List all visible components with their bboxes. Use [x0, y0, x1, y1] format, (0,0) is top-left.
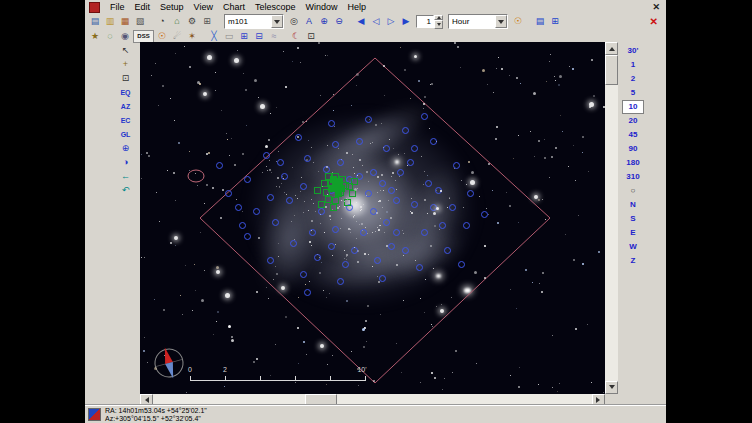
time-step-spinner[interactable]: 1 — [416, 15, 443, 28]
time-step-forward[interactable]: ▷ — [384, 15, 398, 28]
show-comets[interactable]: ☄ — [170, 30, 184, 43]
observatory-dialog[interactable]: ⌂ — [170, 15, 184, 28]
vertical-scroll-thumb[interactable] — [605, 55, 618, 85]
fov-all-sky[interactable]: ○ — [622, 184, 644, 198]
new-chart-window[interactable]: ⊞ — [548, 15, 562, 28]
azimuthal-grid[interactable]: ⊟ — [252, 30, 266, 43]
star — [275, 344, 276, 345]
star — [285, 86, 287, 88]
scale-tick — [225, 376, 226, 381]
equatorial-grid[interactable]: ⊞ — [237, 30, 251, 43]
star — [436, 207, 439, 210]
mirror-chart[interactable]: ◑ — [119, 156, 132, 169]
scale-tick — [330, 376, 331, 381]
star — [393, 148, 394, 149]
fov-dir-n[interactable]: N — [622, 198, 644, 212]
star — [510, 375, 511, 376]
menu-setup[interactable]: Setup — [155, 1, 189, 13]
fov-45[interactable]: 45 — [622, 128, 644, 142]
coord-equatorial[interactable]: EQ — [119, 86, 132, 99]
full-screen[interactable]: ⊡ — [304, 30, 318, 43]
object-list[interactable]: ▤ — [533, 15, 547, 28]
coord-galactic[interactable]: GL — [119, 128, 132, 141]
sky-chart[interactable]: 0 2 10' — [140, 42, 605, 394]
show-galaxies[interactable]: ◉ — [118, 30, 132, 43]
fov-10[interactable]: 10 — [622, 100, 644, 114]
combo-dropdown-icon[interactable] — [271, 15, 283, 28]
object-search-combo[interactable]: m101 — [224, 14, 284, 29]
constellation-lines[interactable]: ╳ — [207, 30, 221, 43]
scale-label: 0 — [188, 366, 192, 373]
mouse-pan-mode[interactable]: + — [119, 58, 132, 71]
spinner-down-icon[interactable] — [434, 20, 443, 29]
show-labels[interactable]: A — [302, 15, 316, 28]
fov-dir-s[interactable]: S — [622, 212, 644, 226]
time-unit-combo[interactable]: Hour — [448, 14, 508, 29]
open-chart[interactable]: ▥ — [103, 15, 117, 28]
night-vision[interactable]: ☾ — [289, 30, 303, 43]
coord-ecliptic[interactable]: EC — [119, 114, 132, 127]
zoom-out[interactable]: ⊖ — [332, 15, 346, 28]
fov-20[interactable]: 20 — [622, 114, 644, 128]
star — [383, 190, 384, 191]
fov-30'[interactable]: 30' — [622, 44, 644, 58]
scroll-down-button[interactable] — [605, 381, 618, 394]
date-time-dialog[interactable]: ◔ — [155, 15, 169, 28]
star — [276, 186, 277, 187]
dss-image-toggle[interactable]: DSS — [133, 30, 154, 43]
green-square-marker — [314, 187, 321, 194]
new-chart[interactable]: ▤ — [88, 15, 102, 28]
fov-dir-w[interactable]: W — [622, 240, 644, 254]
fov-180[interactable]: 180 — [622, 156, 644, 170]
zoom-in[interactable]: ⊕ — [317, 15, 331, 28]
star — [224, 386, 225, 387]
chart-settings[interactable]: ⚙ — [185, 15, 199, 28]
blue-circle-marker — [370, 169, 377, 176]
coord-azimuthal[interactable]: AZ — [119, 100, 132, 113]
scroll-up-button[interactable] — [605, 42, 618, 55]
fov-dir-e[interactable]: E — [622, 226, 644, 240]
show-planets[interactable]: ☉ — [155, 30, 169, 43]
time-now[interactable]: ☉ — [511, 15, 525, 28]
fov-310[interactable]: 310 — [622, 170, 644, 184]
time-forward[interactable]: ▶ — [399, 15, 413, 28]
blue-circle-marker — [383, 219, 390, 226]
ephemeris-calc[interactable]: ⊞ — [200, 15, 214, 28]
show-milky-way[interactable]: ≈ — [267, 30, 281, 43]
show-nebulae[interactable]: ◌ — [103, 30, 117, 43]
menu-help[interactable]: Help — [342, 1, 371, 13]
undo-zoom[interactable]: ↶ — [119, 184, 132, 197]
vertical-scrollbar[interactable] — [605, 42, 618, 394]
menu-telescope[interactable]: Telescope — [250, 1, 301, 13]
fov-2[interactable]: 2 — [622, 72, 644, 86]
fov-1[interactable]: 1 — [622, 58, 644, 72]
menu-chart[interactable]: Chart — [218, 1, 250, 13]
time-step-back[interactable]: ◁ — [369, 15, 383, 28]
menu-edit[interactable]: Edit — [130, 1, 156, 13]
show-stars[interactable]: ★ — [88, 30, 102, 43]
time-rewind[interactable]: ◀ — [354, 15, 368, 28]
menu-view[interactable]: View — [189, 1, 218, 13]
menubar-close-icon[interactable]: ✕ — [649, 2, 663, 12]
north-up[interactable]: ⊕ — [119, 142, 132, 155]
scale-tick — [365, 376, 366, 381]
save-chart[interactable]: ▦ — [118, 15, 132, 28]
menu-window[interactable]: Window — [300, 1, 342, 13]
star — [341, 218, 342, 219]
search-object[interactable]: ◎ — [287, 15, 301, 28]
mouse-zoom-mode[interactable]: ⊡ — [119, 72, 132, 85]
previous-view[interactable]: ← — [119, 170, 132, 183]
show-asteroids[interactable]: ✶ — [185, 30, 199, 43]
star — [520, 83, 521, 84]
star — [304, 201, 305, 202]
star — [386, 211, 388, 213]
fov-dir-z[interactable]: Z — [622, 254, 644, 268]
print-chart[interactable]: ▧ — [133, 15, 147, 28]
mouse-select-mode[interactable]: ↖ — [119, 44, 132, 57]
fov-90[interactable]: 90 — [622, 142, 644, 156]
constellation-boundaries[interactable]: ▭ — [222, 30, 236, 43]
quit-button[interactable]: ✕ — [645, 16, 663, 27]
fov-5[interactable]: 5 — [622, 86, 644, 100]
menu-file[interactable]: File — [105, 1, 130, 13]
combo-dropdown-icon[interactable] — [495, 15, 507, 28]
